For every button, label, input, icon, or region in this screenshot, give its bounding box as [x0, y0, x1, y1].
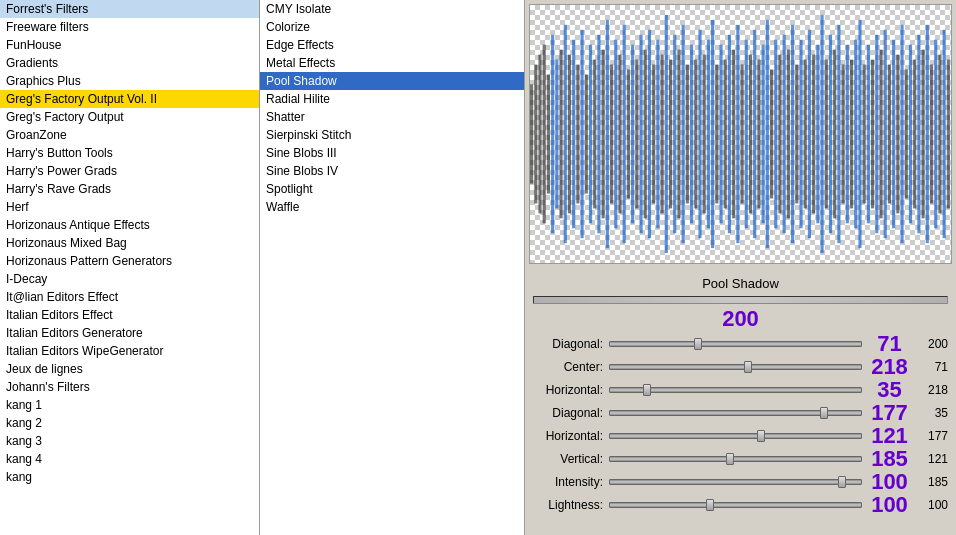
svg-rect-53 — [753, 30, 756, 238]
middle-list[interactable]: CMY IsolateColorizeEdge EffectsMetal Eff… — [260, 0, 524, 535]
left-list-item-11[interactable]: Herf — [0, 198, 259, 216]
param-small-value-7: 100 — [917, 498, 952, 512]
svg-rect-43 — [711, 20, 714, 248]
left-list-item-3[interactable]: Gradients — [0, 54, 259, 72]
left-list-item-7[interactable]: GroanZone — [0, 126, 259, 144]
svg-rect-50 — [741, 65, 744, 204]
param-slider-thumb-7[interactable] — [706, 499, 714, 511]
svg-rect-47 — [728, 35, 731, 233]
left-list-item-21[interactable]: Johann's Filters — [0, 378, 259, 396]
param-slider-thumb-4[interactable] — [757, 430, 765, 442]
svg-rect-83 — [879, 50, 882, 219]
svg-rect-11 — [576, 65, 579, 204]
param-slider-track-6 — [609, 479, 862, 485]
svg-rect-64 — [799, 40, 802, 229]
svg-rect-66 — [808, 30, 811, 238]
svg-rect-32 — [665, 15, 668, 253]
middle-list-item-0[interactable]: CMY Isolate — [260, 0, 524, 18]
middle-list-item-8[interactable]: Sine Blobs III — [260, 144, 524, 162]
middle-list-item-10[interactable]: Spotlight — [260, 180, 524, 198]
left-list-item-8[interactable]: Harry's Button Tools — [0, 144, 259, 162]
left-list-item-10[interactable]: Harry's Rave Grads — [0, 180, 259, 198]
param-slider-6[interactable] — [609, 474, 862, 490]
left-list-item-23[interactable]: kang 2 — [0, 414, 259, 432]
left-list[interactable]: Forrest's FiltersFreeware filtersFunHous… — [0, 0, 259, 535]
svg-rect-63 — [795, 65, 798, 204]
svg-rect-99 — [947, 60, 950, 209]
main-slider-track[interactable] — [533, 296, 948, 304]
svg-rect-58 — [774, 40, 777, 229]
middle-list-item-7[interactable]: Sierpinski Stitch — [260, 126, 524, 144]
svg-rect-80 — [867, 45, 870, 224]
param-slider-7[interactable] — [609, 497, 862, 513]
svg-rect-69 — [820, 15, 823, 253]
middle-list-item-6[interactable]: Shatter — [260, 108, 524, 126]
left-list-item-17[interactable]: Italian Editors Effect — [0, 306, 259, 324]
middle-list-item-3[interactable]: Metal Effects — [260, 54, 524, 72]
param-slider-thumb-1[interactable] — [744, 361, 752, 373]
left-list-item-26[interactable]: kang — [0, 468, 259, 486]
param-slider-3[interactable] — [609, 405, 862, 421]
param-label-0: Diagonal: — [529, 337, 609, 351]
left-list-item-14[interactable]: Horizonaus Pattern Generators — [0, 252, 259, 270]
svg-rect-39 — [694, 60, 697, 209]
param-slider-thumb-3[interactable] — [820, 407, 828, 419]
param-slider-2[interactable] — [609, 382, 862, 398]
svg-rect-34 — [673, 35, 676, 233]
left-list-item-18[interactable]: Italian Editors Generatore — [0, 324, 259, 342]
left-list-item-0[interactable]: Forrest's Filters — [0, 0, 259, 18]
left-list-item-20[interactable]: Jeux de lignes — [0, 360, 259, 378]
left-list-item-13[interactable]: Horizonaus Mixed Bag — [0, 234, 259, 252]
svg-rect-28 — [648, 30, 651, 238]
svg-rect-22 — [623, 25, 626, 243]
param-slider-0[interactable] — [609, 336, 862, 352]
middle-list-item-5[interactable]: Radial Hilite — [260, 90, 524, 108]
svg-rect-65 — [804, 60, 807, 209]
svg-rect-85 — [888, 65, 891, 204]
svg-rect-45 — [719, 45, 722, 224]
param-slider-thumb-2[interactable] — [643, 384, 651, 396]
svg-rect-73 — [837, 25, 840, 243]
param-label-3: Diagonal: — [529, 406, 609, 420]
middle-list-item-4[interactable]: Pool Shadow — [260, 72, 524, 90]
middle-list-container: CMY IsolateColorizeEdge EffectsMetal Eff… — [260, 0, 524, 535]
middle-list-item-2[interactable]: Edge Effects — [260, 36, 524, 54]
svg-rect-30 — [656, 40, 659, 229]
param-slider-5[interactable] — [609, 451, 862, 467]
param-small-value-3: 35 — [917, 406, 952, 420]
param-slider-1[interactable] — [609, 359, 862, 375]
left-list-item-15[interactable]: I-Decay — [0, 270, 259, 288]
svg-rect-76 — [850, 60, 853, 209]
param-slider-thumb-6[interactable] — [838, 476, 846, 488]
svg-rect-87 — [896, 55, 899, 214]
left-list-item-22[interactable]: kang 1 — [0, 396, 259, 414]
svg-rect-5 — [551, 35, 554, 233]
left-list-item-12[interactable]: Horizonaus Antique Effects — [0, 216, 259, 234]
param-slider-4[interactable] — [609, 428, 862, 444]
svg-rect-62 — [791, 25, 794, 243]
left-list-item-5[interactable]: Greg's Factory Output Vol. II — [0, 90, 259, 108]
param-label-5: Vertical: — [529, 452, 609, 466]
left-list-item-1[interactable]: Freeware filters — [0, 18, 259, 36]
middle-list-item-11[interactable]: Waffle — [260, 198, 524, 216]
svg-rect-12 — [581, 30, 584, 238]
left-list-item-2[interactable]: FunHouse — [0, 36, 259, 54]
param-label-6: Intensity: — [529, 475, 609, 489]
param-small-value-4: 177 — [917, 429, 952, 443]
svg-rect-90 — [909, 45, 912, 224]
left-list-item-19[interactable]: Italian Editors WipeGenerator — [0, 342, 259, 360]
left-list-item-25[interactable]: kang 4 — [0, 450, 259, 468]
svg-rect-61 — [787, 50, 790, 219]
svg-rect-55 — [762, 45, 765, 224]
left-list-item-16[interactable]: It@lian Editors Effect — [0, 288, 259, 306]
param-row-0: Diagonal:71200 — [529, 333, 952, 355]
left-list-item-9[interactable]: Harry's Power Grads — [0, 162, 259, 180]
svg-rect-19 — [610, 65, 613, 204]
middle-list-item-1[interactable]: Colorize — [260, 18, 524, 36]
param-slider-thumb-0[interactable] — [694, 338, 702, 350]
middle-list-item-9[interactable]: Sine Blobs IV — [260, 162, 524, 180]
left-list-item-6[interactable]: Greg's Factory Output — [0, 108, 259, 126]
left-list-item-4[interactable]: Graphics Plus — [0, 72, 259, 90]
param-slider-thumb-5[interactable] — [726, 453, 734, 465]
left-list-item-24[interactable]: kang 3 — [0, 432, 259, 450]
